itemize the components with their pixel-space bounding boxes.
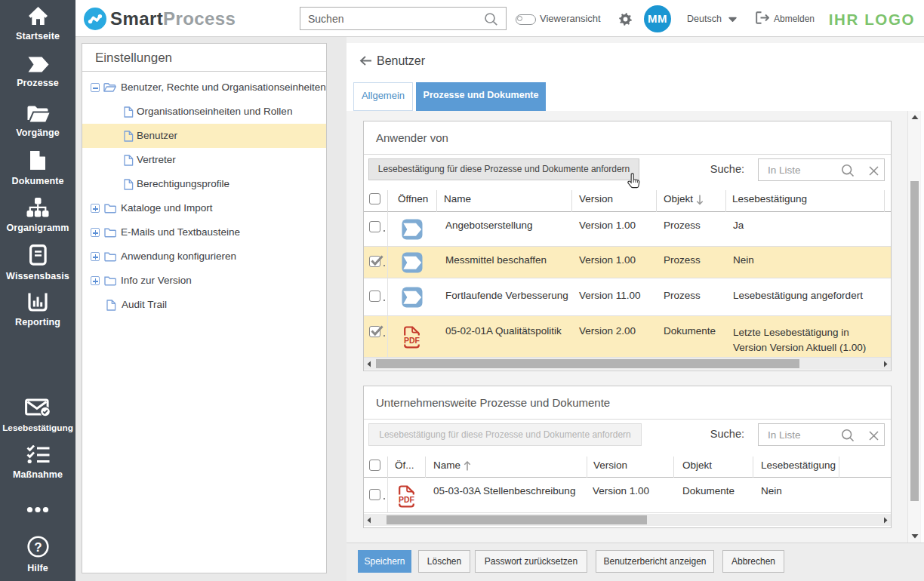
- svg-text:?: ?: [34, 540, 42, 555]
